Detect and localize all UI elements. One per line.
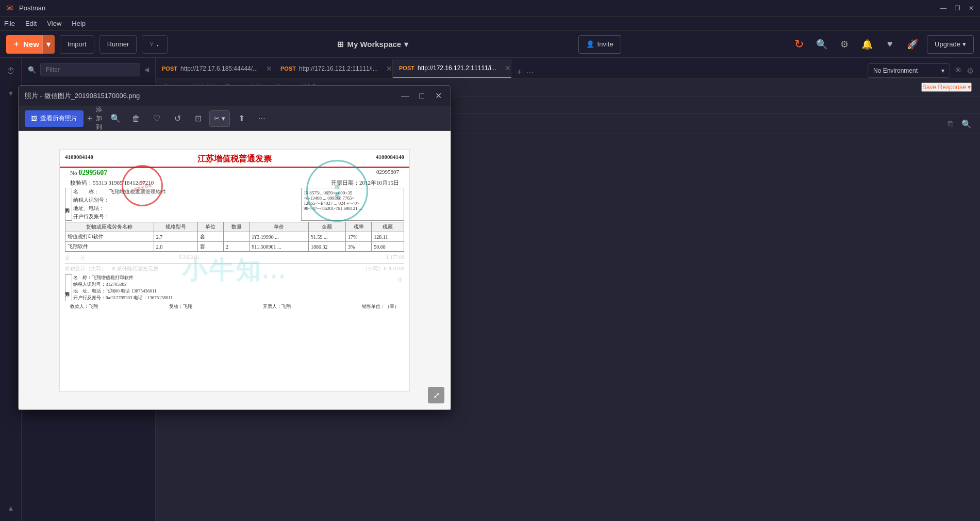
plus-icon: ＋ <box>12 39 20 49</box>
menu-bar: File Edit View Help <box>0 17 980 31</box>
invoice-bottom: 收款人：飞翔 复核：飞翔 开票人：飞翔 销售单位：（章） <box>65 301 404 312</box>
upgrade-label: Upgrade <box>935 40 960 48</box>
edit-tools-btn[interactable]: ✂ ▾ <box>209 110 230 127</box>
close-btn[interactable]: ✕ <box>969 5 974 12</box>
invoice-title-left: 4100084140 <box>65 154 93 160</box>
rotate-btn[interactable]: ↺ <box>168 110 187 127</box>
edit-arrow: ▾ <box>222 115 225 122</box>
add-tab-btn[interactable]: + <box>517 67 522 78</box>
filter-input[interactable] <box>40 63 140 76</box>
tab-1-url: http://172.16.121.2:11111/i... <box>299 65 378 72</box>
tabs-extra: + ··· <box>511 67 539 78</box>
maximize-btn[interactable]: ❐ <box>955 5 960 12</box>
view-all-photos-btn[interactable]: 🖼 查看所有照片 <box>25 110 84 127</box>
search-response-btn[interactable]: 🔍 <box>961 119 972 129</box>
tab-2-method: POST <box>399 65 414 71</box>
tab-2[interactable]: POST http://172.16.121.2:11111/i... ✕ <box>393 59 511 78</box>
more-tabs-btn[interactable]: ··· <box>526 67 534 78</box>
tabs-bar: POST http://172.17.6.185:44444/... ✕ POS… <box>156 58 980 78</box>
invite-button[interactable]: 👤 Invite <box>578 35 621 54</box>
menu-help[interactable]: Help <box>72 20 86 27</box>
env-settings-btn[interactable]: ⚙ <box>967 66 974 76</box>
import-button[interactable]: Import <box>60 35 94 54</box>
new-label: New <box>23 40 39 48</box>
save-response-btn[interactable]: Save Response ▾ <box>921 83 972 92</box>
sidebar-icon-history[interactable]: ⏱ <box>2 62 20 80</box>
workspace-dropdown-icon: ▾ <box>404 40 408 49</box>
runner-button[interactable]: Runner <box>99 35 137 54</box>
add-to-btn[interactable]: ＋ 添加到 <box>86 110 104 127</box>
table-row: 增值税打印软件 2.7 套 1¥3.19990 ... ¥1.59 ... 17… <box>65 232 404 242</box>
menu-view[interactable]: View <box>47 20 61 27</box>
rocket-button[interactable]: 🚀 <box>904 36 921 53</box>
tab-1[interactable]: POST http://172.16.121.2:11111/i... ✕ <box>274 59 393 78</box>
upgrade-button[interactable]: Upgrade ▾ <box>927 35 974 54</box>
invoice-table: 货物或应税劳务名称 规格型号 单位 数量 单价 金额 税率 税额 增值税打印软件 <box>65 222 404 252</box>
zoom-in-btn[interactable]: 🔍 <box>106 110 125 127</box>
panel-collapse-btn[interactable]: ◀ <box>144 66 149 73</box>
invite-label: Invite <box>597 40 613 48</box>
invoice-title-right: 4100084140 <box>376 154 404 160</box>
modal-title: 照片 - 微信图片_20190815170006.png <box>25 91 395 101</box>
settings-button[interactable]: ⚙ <box>836 36 853 53</box>
upgrade-arrow-icon: ▾ <box>962 40 966 48</box>
tab-2-url: http://172.16.121.2:11111/i... <box>418 64 496 72</box>
expand-btn[interactable]: ⤢ <box>428 387 444 403</box>
workspace-label: My Workspace <box>347 40 401 48</box>
edit-icon: ✂ <box>214 115 220 122</box>
window-controls[interactable]: — ❐ ✕ <box>940 5 974 12</box>
heart-btn[interactable]: ♡ <box>147 110 166 127</box>
history-panel-header: 🔍 ◀ <box>22 58 155 82</box>
more-btn[interactable]: ··· <box>253 110 271 127</box>
tab-0[interactable]: POST http://172.17.6.185:44444/... ✕ <box>156 59 274 78</box>
minimize-btn[interactable]: — <box>940 5 946 12</box>
new-button[interactable]: ＋ New ▾ <box>6 35 55 54</box>
modal-content: 监制发票专用章 校验 4100084140 江苏增值税普通发票 41000841… <box>19 131 451 410</box>
photos-icon: 🖼 <box>31 115 37 122</box>
invoice-header: 4100084140 江苏增值税普通发票 4100084140 <box>60 150 409 168</box>
invite-icon: 👤 <box>586 40 594 48</box>
modal-controls: — □ ✕ <box>399 90 444 102</box>
toolbar-right: ↻ 🔍 ⚙ 🔔 ♥ 🚀 Upgrade ▾ <box>791 35 974 54</box>
new-dropdown-arrow[interactable]: ▾ <box>42 35 55 54</box>
save-response-label: Save Response <box>922 84 966 91</box>
add-icon: ＋ <box>86 113 94 124</box>
env-eye-btn[interactable]: 👁 <box>954 66 962 75</box>
filter-search-icon: 🔍 <box>28 66 36 74</box>
search-button[interactable]: 🔍 <box>813 36 830 53</box>
tab-2-close-btn[interactable]: ✕ <box>505 64 511 72</box>
delete-btn[interactable]: 🗑 <box>127 110 145 127</box>
sync-button[interactable]: ↻ <box>791 36 807 53</box>
env-dropdown[interactable]: No Environment ▾ <box>868 63 950 78</box>
view-all-label: 查看所有照片 <box>40 114 77 123</box>
tab-1-method: POST <box>280 66 296 72</box>
notifications-button[interactable]: 🔔 <box>859 36 875 53</box>
tab-0-url: http://172.17.6.185:44444/... <box>180 65 258 72</box>
modal-close-btn[interactable]: ✕ <box>432 90 444 102</box>
workspace-button[interactable]: ⊞ My Workspace ▾ <box>337 40 408 49</box>
sidebar-icon-arrow-up[interactable]: ▴ <box>2 498 20 517</box>
crop-btn[interactable]: ⊡ <box>189 110 207 127</box>
share-btn[interactable]: ⬆ <box>232 110 251 127</box>
modal-maximize-btn[interactable]: □ <box>416 90 428 102</box>
save-response-arrow: ▾ <box>968 84 971 91</box>
heart-button[interactable]: ♥ <box>882 36 898 53</box>
app-title: Postman <box>19 4 45 12</box>
table-row: 飞翔软件 2.0 套 2 ¥11.500901 ... 1880.32 3% 5… <box>65 242 404 252</box>
menu-file[interactable]: File <box>4 20 15 27</box>
sidebar-icon-arrow-down[interactable]: ▾ <box>2 84 20 102</box>
fork-button[interactable]: ⑂ ▾ <box>142 35 168 54</box>
menu-edit[interactable]: Edit <box>25 20 37 27</box>
tab-1-close-btn[interactable]: ✕ <box>386 64 392 73</box>
title-bar: ✉ Postman — ❐ ✕ <box>0 0 980 17</box>
tab-0-close-btn[interactable]: ✕ <box>266 64 272 73</box>
copy-response-btn[interactable]: ⧉ <box>948 119 953 128</box>
modal-minimize-btn[interactable]: — <box>399 90 411 102</box>
modal-title-bar: 照片 - 微信图片_20190815170006.png — □ ✕ <box>19 86 451 106</box>
title-left: ✉ Postman <box>6 3 45 13</box>
env-selector: No Environment ▾ 👁 ⚙ <box>861 63 980 78</box>
image-viewer-modal: 照片 - 微信图片_20190815170006.png — □ ✕ 🖼 查看所… <box>18 85 451 410</box>
postman-logo-icon: ✉ <box>6 3 13 13</box>
workspace-grid-icon: ⊞ <box>337 40 344 49</box>
env-label: No Environment <box>873 67 918 74</box>
